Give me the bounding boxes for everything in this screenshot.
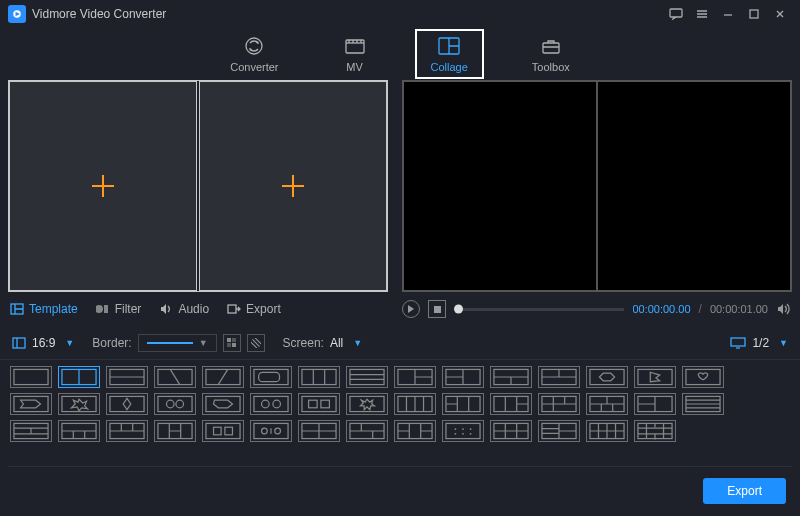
template-option[interactable]: [394, 393, 436, 415]
template-option[interactable]: [106, 366, 148, 388]
svg-rect-7: [543, 43, 559, 53]
svg-rect-26: [350, 369, 384, 384]
aspect-ratio-select[interactable]: 16:9 ▼: [12, 336, 74, 350]
feedback-icon[interactable]: [664, 4, 688, 24]
template-option[interactable]: [10, 393, 52, 415]
timeline-playhead[interactable]: [454, 305, 463, 314]
tab-template[interactable]: Template: [10, 302, 78, 316]
template-option[interactable]: [634, 393, 676, 415]
svg-rect-9: [228, 305, 236, 313]
template-option[interactable]: [202, 366, 244, 388]
svg-rect-43: [206, 396, 240, 411]
template-option[interactable]: [106, 393, 148, 415]
svg-rect-13: [227, 338, 231, 342]
collage-slot-1[interactable]: [9, 81, 197, 291]
template-option[interactable]: [538, 393, 580, 415]
page-select[interactable]: 1/2 ▼: [730, 336, 788, 350]
border-pattern-button[interactable]: [247, 334, 265, 352]
template-option[interactable]: [346, 420, 388, 442]
svg-rect-48: [309, 400, 318, 408]
close-icon[interactable]: [768, 4, 792, 24]
tab-converter[interactable]: Converter: [216, 31, 292, 77]
tab-collage[interactable]: Collage: [417, 31, 482, 77]
template-option[interactable]: [682, 393, 724, 415]
preview-canvas: [402, 80, 792, 292]
template-option[interactable]: [394, 420, 436, 442]
template-option[interactable]: [538, 366, 580, 388]
mid-toolbar: Template Filter Audio Export 00:00:00.00…: [0, 296, 800, 322]
border-style-select[interactable]: ▼: [138, 334, 217, 352]
stop-button[interactable]: [428, 300, 446, 318]
svg-rect-16: [232, 343, 236, 347]
template-option[interactable]: [298, 420, 340, 442]
preview-right-region: [597, 81, 791, 291]
tab-audio[interactable]: Audio: [159, 302, 209, 316]
template-option[interactable]: [538, 420, 580, 442]
menu-icon[interactable]: [690, 4, 714, 24]
svg-rect-33: [638, 369, 672, 384]
svg-point-46: [273, 400, 281, 408]
border-color-button[interactable]: [223, 334, 241, 352]
svg-rect-31: [590, 369, 624, 384]
template-option[interactable]: [154, 420, 196, 442]
timecode-duration: 00:00:01.00: [710, 303, 768, 315]
template-option[interactable]: [250, 393, 292, 415]
tab-filter[interactable]: Filter: [96, 302, 142, 316]
preview-panel: [402, 80, 792, 292]
template-option[interactable]: [490, 393, 532, 415]
monitor-icon: [730, 337, 746, 349]
svg-point-41: [166, 400, 174, 408]
template-option[interactable]: [154, 366, 196, 388]
template-option[interactable]: [58, 366, 100, 388]
tab-mv[interactable]: MV: [329, 31, 381, 77]
template-option[interactable]: [394, 366, 436, 388]
audio-icon: [159, 302, 173, 316]
template-option[interactable]: [298, 393, 340, 415]
playback-bar: 00:00:00.00/00:00:01.00: [402, 300, 792, 318]
tab-toolbox[interactable]: Toolbox: [518, 31, 584, 77]
play-button[interactable]: [402, 300, 420, 318]
svg-rect-17: [731, 338, 745, 346]
template-option[interactable]: [250, 420, 292, 442]
svg-rect-64: [214, 427, 222, 435]
minimize-icon[interactable]: [716, 4, 740, 24]
maximize-icon[interactable]: [742, 4, 766, 24]
template-option[interactable]: [250, 366, 292, 388]
template-option[interactable]: [634, 420, 676, 442]
template-option[interactable]: [202, 420, 244, 442]
svg-rect-25: [302, 369, 336, 384]
volume-icon[interactable]: [776, 301, 792, 317]
template-option[interactable]: [490, 366, 532, 388]
template-option[interactable]: [442, 393, 484, 415]
template-option[interactable]: [586, 366, 628, 388]
template-option[interactable]: [10, 420, 52, 442]
svg-point-67: [262, 428, 268, 434]
export-button[interactable]: Export: [703, 478, 786, 504]
screen-select[interactable]: Screen: All ▼: [283, 336, 363, 350]
template-option[interactable]: [10, 366, 52, 388]
template-option[interactable]: [58, 420, 100, 442]
collage-slot-2[interactable]: [199, 81, 387, 291]
svg-marker-32: [599, 373, 614, 381]
template-option[interactable]: [154, 393, 196, 415]
template-option[interactable]: [58, 393, 100, 415]
template-option[interactable]: [490, 420, 532, 442]
svg-point-45: [262, 400, 270, 408]
template-option[interactable]: [298, 366, 340, 388]
svg-point-76: [454, 433, 456, 435]
template-option[interactable]: [106, 420, 148, 442]
timeline-slider[interactable]: [454, 308, 624, 311]
template-option[interactable]: [346, 393, 388, 415]
template-option[interactable]: [442, 366, 484, 388]
template-option[interactable]: [682, 366, 724, 388]
template-option[interactable]: [346, 366, 388, 388]
svg-point-68: [275, 428, 281, 434]
template-option[interactable]: [586, 420, 628, 442]
svg-rect-12: [13, 338, 25, 348]
tab-export[interactable]: Export: [227, 302, 281, 316]
template-option[interactable]: [442, 420, 484, 442]
svg-rect-3: [750, 10, 758, 18]
template-option[interactable]: [634, 366, 676, 388]
template-option[interactable]: [586, 393, 628, 415]
template-option[interactable]: [202, 393, 244, 415]
